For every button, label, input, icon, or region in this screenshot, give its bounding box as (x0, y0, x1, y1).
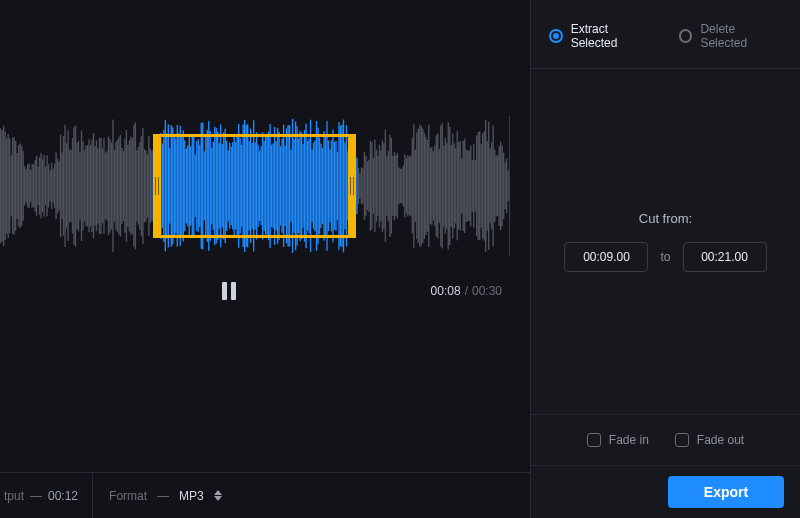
svg-rect-24 (36, 156, 37, 216)
svg-rect-268 (401, 168, 402, 203)
selection-handle-right[interactable] (348, 134, 356, 238)
svg-rect-319 (478, 132, 479, 240)
svg-rect-310 (464, 139, 465, 234)
cut-to-input[interactable] (683, 242, 767, 272)
svg-rect-17 (25, 169, 26, 202)
svg-rect-44 (66, 143, 67, 228)
svg-rect-259 (388, 151, 389, 222)
svg-rect-318 (476, 135, 477, 236)
svg-rect-267 (400, 169, 401, 203)
waveform-track[interactable] (0, 116, 510, 256)
svg-rect-320 (479, 131, 480, 240)
svg-rect-256 (383, 143, 384, 229)
svg-rect-251 (376, 150, 377, 222)
svg-rect-271 (406, 158, 407, 213)
svg-rect-280 (419, 125, 420, 247)
svg-rect-266 (398, 167, 399, 204)
radio-delete-label: Delete Selected (700, 22, 782, 50)
svg-rect-23 (34, 160, 35, 211)
svg-rect-94 (141, 136, 142, 236)
svg-rect-255 (382, 140, 383, 232)
svg-rect-59 (88, 139, 89, 232)
svg-rect-53 (79, 152, 80, 220)
time-separator: / (461, 284, 472, 298)
svg-rect-317 (475, 160, 476, 212)
selection-handle-left[interactable] (153, 134, 161, 238)
svg-rect-40 (60, 134, 61, 237)
cut-to-label: to (660, 250, 670, 264)
svg-rect-306 (458, 142, 459, 229)
svg-rect-64 (96, 140, 97, 231)
svg-rect-36 (54, 164, 55, 209)
svg-rect-42 (63, 136, 64, 235)
svg-rect-15 (22, 151, 23, 220)
svg-rect-296 (443, 145, 444, 226)
radio-extract-selected[interactable]: Extract Selected (549, 22, 655, 50)
svg-rect-288 (431, 147, 432, 225)
radio-extract-label: Extract Selected (571, 22, 655, 50)
playback-controls: 00:08/00:30 (0, 276, 530, 316)
svg-rect-338 (506, 159, 507, 214)
svg-rect-93 (139, 142, 140, 230)
svg-rect-242 (362, 168, 363, 203)
checkbox-fade-out[interactable]: Fade out (675, 433, 744, 447)
svg-rect-274 (410, 155, 411, 216)
svg-rect-281 (421, 126, 422, 245)
radio-delete-selected[interactable]: Delete Selected (679, 22, 782, 50)
svg-rect-74 (111, 143, 112, 230)
svg-rect-73 (109, 139, 110, 232)
svg-rect-84 (126, 130, 127, 242)
svg-rect-14 (21, 146, 22, 226)
svg-rect-47 (70, 150, 71, 222)
export-button[interactable]: Export (668, 476, 784, 508)
cut-block: Cut from: to (531, 69, 800, 415)
svg-rect-41 (61, 153, 62, 219)
format-segment[interactable]: Format — MP3 (93, 489, 238, 503)
svg-rect-27 (40, 153, 41, 218)
svg-rect-97 (145, 150, 146, 221)
svg-rect-263 (394, 152, 395, 220)
svg-rect-244 (365, 156, 366, 216)
svg-rect-307 (460, 141, 461, 230)
svg-rect-1 (1, 130, 2, 241)
checkbox-icon (587, 433, 601, 447)
svg-rect-252 (377, 156, 378, 216)
svg-rect-87 (130, 137, 131, 236)
svg-rect-333 (498, 146, 499, 226)
svg-rect-85 (127, 145, 128, 227)
play-pause-button[interactable] (222, 282, 236, 304)
side-panel: Extract Selected Delete Selected Cut fro… (530, 0, 800, 518)
format-value: MP3 (179, 489, 204, 503)
svg-rect-339 (507, 170, 508, 201)
svg-rect-273 (409, 157, 410, 215)
cut-row: to (564, 242, 766, 272)
checkbox-fade-in[interactable]: Fade in (587, 433, 649, 447)
svg-rect-286 (428, 125, 429, 248)
svg-rect-39 (58, 161, 59, 210)
svg-rect-10 (15, 141, 16, 230)
svg-rect-303 (454, 143, 455, 228)
radio-icon (679, 29, 693, 43)
svg-rect-336 (503, 153, 504, 219)
svg-rect-69 (103, 138, 104, 234)
svg-rect-21 (31, 164, 32, 208)
svg-rect-324 (485, 120, 486, 252)
svg-rect-81 (121, 148, 122, 224)
selection-region[interactable] (153, 134, 357, 238)
format-stepper-icon[interactable] (214, 490, 222, 501)
svg-rect-302 (452, 133, 453, 238)
svg-rect-20 (30, 170, 31, 202)
checkbox-icon (675, 433, 689, 447)
cut-from-input[interactable] (564, 242, 648, 272)
svg-rect-329 (493, 125, 494, 246)
svg-rect-78 (117, 140, 118, 232)
svg-rect-63 (94, 146, 95, 226)
svg-rect-308 (461, 158, 462, 213)
svg-rect-13 (19, 143, 20, 228)
svg-rect-269 (403, 166, 404, 207)
radio-icon (549, 29, 563, 43)
svg-rect-326 (488, 122, 489, 250)
svg-rect-28 (42, 160, 43, 213)
svg-rect-292 (437, 133, 438, 238)
svg-rect-264 (395, 155, 396, 216)
